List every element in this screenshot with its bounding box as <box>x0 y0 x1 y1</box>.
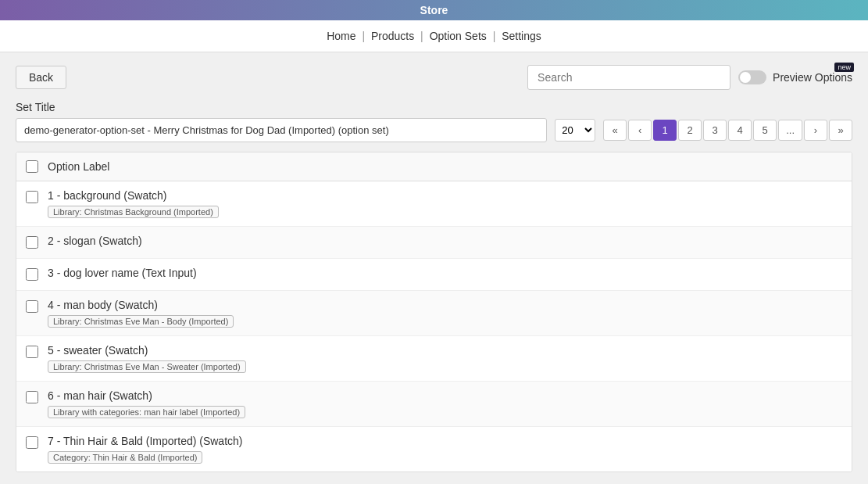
page-3[interactable]: 3 <box>703 120 727 141</box>
table-row: 3 - dog lover name (Text Input) <box>16 259 852 291</box>
row-checkbox-3[interactable] <box>26 268 38 281</box>
row-checkbox-2[interactable] <box>26 236 38 249</box>
nav-home[interactable]: Home <box>327 30 355 42</box>
option-title-6: 6 - man hair (Swatch) <box>48 389 842 402</box>
option-library-badge-7: Category: Thin Hair & Bald (Imported) <box>48 451 202 464</box>
page-ellipsis[interactable]: ... <box>778 120 802 141</box>
preview-options-container: new Preview Options <box>738 70 852 84</box>
table-row: 7 - Thin Hair & Bald (Imported) (Swatch)… <box>16 427 852 471</box>
set-title-label: Set Title <box>16 101 852 113</box>
page-prev[interactable]: ‹ <box>628 120 652 141</box>
table-row: 4 - man body (Swatch)Library: Christmas … <box>16 291 852 336</box>
option-library-badge-1: Library: Christmas Background (Imported) <box>48 206 219 218</box>
set-title-section: Set Title 20 50 100 « ‹ 1 2 3 4 5 ... › … <box>16 101 852 142</box>
nav-settings[interactable]: Settings <box>502 30 541 42</box>
page-5[interactable]: 5 <box>753 120 777 141</box>
option-library-badge-4: Library: Christmas Eve Man - Body (Impor… <box>48 315 234 328</box>
page-size-select[interactable]: 20 50 100 <box>555 119 595 142</box>
option-title-1: 1 - background (Swatch) <box>48 189 842 202</box>
back-button[interactable]: Back <box>16 66 66 89</box>
page-4[interactable]: 4 <box>728 120 752 141</box>
preview-toggle[interactable] <box>738 70 766 84</box>
option-title-5: 5 - sweater (Swatch) <box>48 344 842 357</box>
table-row: 1 - background (Swatch)Library: Christma… <box>16 181 852 227</box>
row-checkbox-7[interactable] <box>26 436 38 449</box>
page-last[interactable]: » <box>829 120 852 141</box>
option-label-column-header: Option Label <box>48 160 109 173</box>
set-title-input[interactable] <box>16 118 547 142</box>
page-1[interactable]: 1 <box>653 120 677 141</box>
option-title-7: 7 - Thin Hair & Bald (Imported) (Swatch) <box>48 435 842 447</box>
toolbar: Back new Preview Options <box>16 65 852 90</box>
options-list: 1 - background (Swatch)Library: Christma… <box>16 181 852 471</box>
option-title-3: 3 - dog lover name (Text Input) <box>48 267 842 279</box>
nav-products[interactable]: Products <box>371 30 414 42</box>
nav-bar: Home | Products | Option Sets | Settings <box>0 20 868 52</box>
option-title-4: 4 - man body (Swatch) <box>48 299 842 311</box>
top-bar: Store <box>0 0 868 20</box>
table-row: 5 - sweater (Swatch)Library: Christmas E… <box>16 336 852 382</box>
table-header: Option Label <box>16 152 852 181</box>
table-row: 6 - man hair (Swatch)Library with catego… <box>16 382 852 427</box>
page-next[interactable]: › <box>804 120 827 141</box>
nav-option-sets[interactable]: Option Sets <box>430 30 487 42</box>
options-table: Option Label 1 - background (Swatch)Libr… <box>16 152 852 472</box>
option-title-2: 2 - slogan (Swatch) <box>48 235 842 247</box>
select-all-checkbox[interactable] <box>26 160 38 173</box>
table-row: 2 - slogan (Swatch) <box>16 227 852 259</box>
outer-wrapper: Option Label 1 - background (Swatch)Libr… <box>16 152 852 472</box>
search-input[interactable] <box>527 65 730 90</box>
main-content: Back new Preview Options Set Title 20 50… <box>0 52 868 484</box>
preview-options-label: Preview Options <box>773 71 852 84</box>
search-container: new Preview Options <box>527 65 852 90</box>
set-title-row: 20 50 100 « ‹ 1 2 3 4 5 ... › » <box>16 118 852 142</box>
pagination: « ‹ 1 2 3 4 5 ... › » <box>603 120 852 141</box>
row-checkbox-1[interactable] <box>26 191 38 203</box>
row-checkbox-5[interactable] <box>26 346 38 358</box>
page-2[interactable]: 2 <box>678 120 702 141</box>
new-badge: new <box>834 63 854 72</box>
option-library-badge-5: Library: Christmas Eve Man - Sweater (Im… <box>48 360 246 373</box>
row-checkbox-4[interactable] <box>26 300 38 313</box>
option-library-badge-6: Library with categories: man hair label … <box>48 406 245 418</box>
store-title: Store <box>420 4 448 16</box>
page-first[interactable]: « <box>603 120 627 141</box>
row-checkbox-6[interactable] <box>26 391 38 403</box>
